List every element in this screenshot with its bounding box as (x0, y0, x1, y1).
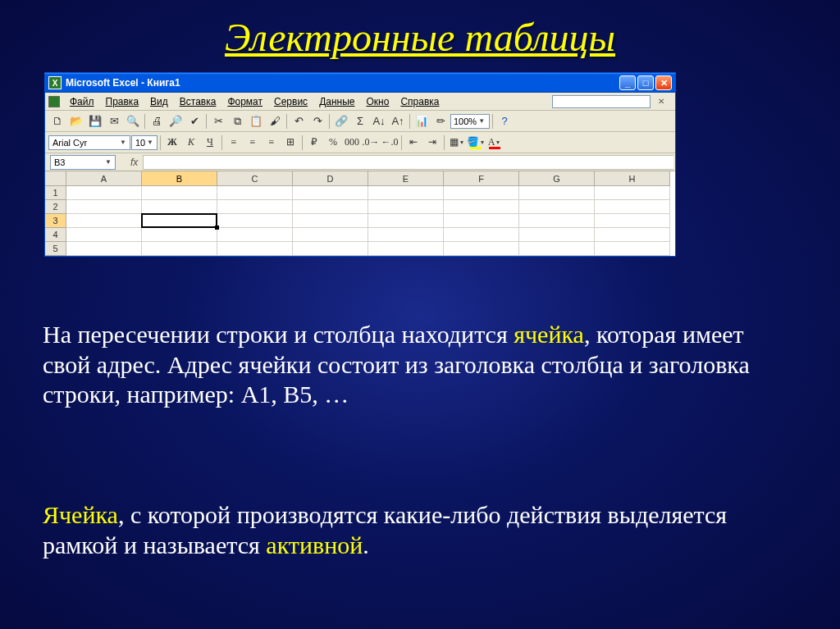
row-header-2[interactable]: 2 (45, 200, 66, 214)
fill-color-icon[interactable]: 🪣▾ (466, 134, 484, 152)
col-header-b[interactable]: B (142, 171, 217, 186)
slide-title: Электронные таблицы (0, 0, 840, 60)
currency-icon[interactable]: ₽ (305, 134, 323, 152)
excel-window: X Microsoft Excel - Книга1 _ □ ✕ Файл Пр… (44, 72, 676, 257)
menubar: Файл Правка Вид Вставка Формат Сервис Да… (45, 93, 675, 111)
formula-input[interactable] (143, 155, 673, 170)
col-header-f[interactable]: F (444, 171, 519, 186)
drawing-icon[interactable]: ✏ (431, 112, 450, 130)
col-header-c[interactable]: C (217, 171, 293, 186)
menu-window[interactable]: Окно (361, 94, 394, 109)
col-header-g[interactable]: G (519, 171, 595, 186)
sort-desc-icon[interactable]: A↑ (389, 112, 407, 130)
cut-icon[interactable]: ✂ (209, 112, 227, 130)
paste-icon[interactable]: 📋 (247, 112, 265, 130)
percent-icon[interactable]: % (324, 134, 342, 152)
workbook-close-icon[interactable]: ✕ (655, 96, 667, 107)
sort-asc-icon[interactable]: A↓ (370, 112, 388, 130)
print-icon[interactable]: 🖨 (148, 112, 166, 130)
font-color-icon[interactable]: A▾ (485, 134, 503, 152)
increase-decimal-icon[interactable]: .0→ (362, 134, 380, 152)
highlight-active: активной (266, 531, 363, 558)
active-cell-b3[interactable] (141, 213, 217, 228)
separator (160, 135, 161, 150)
undo-icon[interactable]: ↶ (290, 112, 308, 130)
copy-icon[interactable]: ⧉ (228, 112, 246, 130)
excel-app-icon: X (48, 76, 62, 89)
hyperlink-icon[interactable]: 🔗 (332, 112, 350, 130)
menu-file[interactable]: Файл (65, 94, 99, 109)
menu-help[interactable]: Справка (395, 94, 444, 109)
menu-view[interactable]: Вид (145, 94, 173, 109)
separator (286, 114, 287, 129)
format-painter-icon[interactable]: 🖌 (266, 112, 284, 130)
paragraph-1: На пересечении строки и столбца находитс… (43, 320, 797, 410)
decrease-decimal-icon[interactable]: ←.0 (381, 134, 399, 152)
workbook-icon (48, 96, 60, 107)
separator (221, 135, 222, 150)
font-size-combo[interactable]: 10▼ (131, 135, 158, 150)
italic-button[interactable]: К (182, 134, 200, 152)
align-left-icon[interactable]: ≡ (225, 134, 243, 152)
col-header-e[interactable]: E (368, 171, 444, 186)
col-header-h[interactable]: H (595, 171, 670, 186)
menu-tools[interactable]: Сервис (269, 94, 313, 109)
separator (492, 114, 493, 129)
worksheet-grid: A B C D E F G H 1 2 3 4 5 (45, 171, 675, 256)
print-preview-icon[interactable]: 🔎 (167, 112, 185, 130)
merge-center-icon[interactable]: ⊞ (281, 134, 299, 152)
menu-format[interactable]: Формат (222, 94, 267, 109)
menu-edit[interactable]: Правка (101, 94, 144, 109)
col-header-d[interactable]: D (293, 171, 368, 186)
increase-indent-icon[interactable]: ⇥ (423, 134, 441, 152)
separator (302, 135, 303, 150)
menu-data[interactable]: Данные (314, 94, 359, 109)
menu-insert[interactable]: Вставка (175, 94, 221, 109)
comma-icon[interactable]: 000 (343, 134, 361, 152)
autosum-icon[interactable]: Σ (351, 112, 369, 130)
cells-area[interactable] (66, 186, 670, 256)
separator (409, 114, 410, 129)
align-center-icon[interactable]: ≡ (244, 134, 262, 152)
name-box[interactable]: B3▼ (50, 155, 116, 170)
select-all-corner[interactable] (45, 171, 66, 186)
row-header-1[interactable]: 1 (45, 186, 66, 200)
decrease-indent-icon[interactable]: ⇤ (404, 134, 422, 152)
window-title: Microsoft Excel - Книга1 (66, 77, 619, 89)
row-header-3[interactable]: 3 (45, 214, 66, 228)
standard-toolbar: 🗋 📂 💾 ✉ 🔍 🖨 🔎 ✔ ✂ ⧉ 📋 🖌 ↶ ↷ 🔗 Σ A↓ A↑ 📊 … (45, 111, 675, 132)
search-icon[interactable]: 🔍 (124, 112, 142, 130)
col-header-a[interactable]: A (66, 171, 142, 186)
mail-icon[interactable]: ✉ (105, 112, 123, 130)
maximize-button[interactable]: □ (637, 75, 654, 90)
row-header-5[interactable]: 5 (45, 242, 66, 256)
fx-icon[interactable]: fx (130, 157, 138, 168)
save-icon[interactable]: 💾 (86, 112, 104, 130)
close-button[interactable]: ✕ (655, 75, 672, 90)
open-icon[interactable]: 📂 (67, 112, 85, 130)
help-icon[interactable]: ? (495, 112, 514, 130)
separator (206, 114, 207, 129)
separator (401, 135, 402, 150)
underline-button[interactable]: Ч (201, 134, 219, 152)
paragraph-2: Ячейка, с которой производятся какие-либ… (43, 500, 797, 560)
chart-wizard-icon[interactable]: 📊 (413, 112, 431, 130)
column-headers: A B C D E F G H (66, 171, 670, 186)
titlebar[interactable]: X Microsoft Excel - Книга1 _ □ ✕ (45, 73, 675, 93)
bold-button[interactable]: Ж (163, 134, 181, 152)
new-icon[interactable]: 🗋 (48, 112, 66, 130)
font-name-combo[interactable]: Arial Cyr▼ (48, 135, 130, 150)
redo-icon[interactable]: ↷ (308, 112, 326, 130)
highlight-cell-2: Ячейка (43, 501, 118, 528)
row-header-4[interactable]: 4 (45, 228, 66, 242)
spelling-icon[interactable]: ✔ (185, 112, 203, 130)
separator (329, 114, 330, 129)
row-headers: 1 2 3 4 5 (45, 186, 66, 256)
fill-handle[interactable] (215, 226, 219, 230)
formula-bar: B3▼ fx (45, 153, 675, 171)
ask-question-box[interactable] (552, 95, 651, 108)
minimize-button[interactable]: _ (619, 75, 636, 90)
align-right-icon[interactable]: ≡ (262, 134, 281, 152)
borders-icon[interactable]: ▦▾ (447, 134, 465, 152)
zoom-combo[interactable]: 100%▼ (450, 114, 490, 129)
